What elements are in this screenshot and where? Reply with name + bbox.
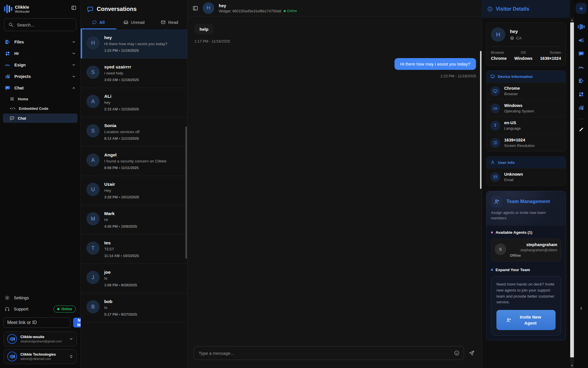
files-app-icon[interactable] [578,78,584,84]
conversations-scrollbar[interactable] [185,126,187,259]
conversation-item[interactable]: T tes TEST 11:14 AM • 10/3/2025 [81,235,187,264]
browser-icon [490,86,500,96]
conversation-name: Uzair [104,182,139,187]
person-plus-icon [506,317,511,323]
conversation-name: ALi [104,94,139,99]
meet-link-input[interactable] [3,317,70,328]
inbox-icon [123,20,128,25]
avatar: U [86,183,100,196]
conversation-item[interactable]: S Sonia Location services off 8:12 AM • … [81,117,187,147]
device-row-screen: 1639×1024Screen Resolution [486,134,566,151]
conversation-item[interactable]: U Uzair Hey 3:28 PM • 10/12/2025 [81,176,187,205]
message-timestamp: 1:23 PM - 11/16/2025 [394,74,476,78]
account-switcher-primary[interactable]: Clikkle-wsuite stephandgraham@gmail.com [3,331,77,346]
scroll-down-arrow[interactable]: ▼ [570,364,574,367]
sidebar-search[interactable] [4,18,76,31]
sidebar-item-chat[interactable]: Chat [0,82,80,94]
chat-icon [5,85,10,91]
monitor-icon [490,74,495,79]
visitor-name: hey [510,29,522,34]
avatar: J [86,271,100,284]
sidebar-item-esign[interactable]: Esign [0,59,80,71]
sidebar-item-projects[interactable]: Projects [0,71,80,82]
conversation-preview: i need help [104,71,139,75]
conversation-preview: hey [104,100,139,105]
chat-status-badge: Online [284,9,297,13]
chat-avatar: H [203,2,214,14]
subnav-item-chat[interactable]: Chat [3,114,78,123]
support-item[interactable]: Support Online [0,303,80,315]
sidebar-item-files[interactable]: Files [0,36,80,48]
account-switcher-org[interactable]: Clikkle Technologies admin@clikkmail.com [3,349,77,364]
chevron-right-icon[interactable]: › [580,304,582,312]
person-plus-icon [491,196,502,207]
conversation-preview: Hi [104,218,137,222]
user-info-row-email: UnknownEmail [486,168,566,185]
conversation-name: Mark [104,211,137,216]
tab-unread[interactable]: Unread [116,16,152,29]
esign-app-icon[interactable] [578,64,584,70]
subnav-item-label: Embedded Code [19,106,49,111]
screen-resolution-icon [490,138,500,148]
conversation-item[interactable]: A ALi hey 2:15 AM • 11/15/2025 [81,88,187,117]
invite-new-agent-button[interactable]: Invite New Agent [496,310,556,330]
add-app-button[interactable]: + [576,3,587,14]
conversation-time: 1:23 PM • 11/16/2025 [104,49,167,53]
clikkle-logo: Clikkle Worksuite [4,4,30,14]
conversations-tabs: All Unread Read [81,16,187,29]
conversation-name: hey [104,35,167,40]
conversation-name: tes [104,240,139,246]
campaigns-megaphone-icon[interactable] [578,37,584,43]
language-icon: T [490,121,500,131]
settings-item[interactable]: Settings [0,293,80,303]
chevron-up-icon [72,86,76,90]
agent-card[interactable]: S stephangraham stephangraham@clikkm Off… [491,239,561,261]
message-input[interactable] [199,351,454,356]
chat-app-icon[interactable] [578,51,584,57]
conversation-time: 1:08 PM • 9/29/2025 [104,283,137,287]
chevron-down-icon [69,337,73,341]
conversation-item[interactable]: H hey Hi there how may i assist you toda… [81,29,187,59]
scrollbar-thumb[interactable] [570,22,574,357]
subnav-item-embedded-code[interactable]: </> Embedded Code [3,104,78,113]
conversations-panel: Conversations All Unread Read H hey Hi t… [81,0,187,368]
send-icon[interactable] [469,350,475,356]
conversation-item[interactable]: M Mark Hi 4:45 PM • 10/8/2025 [81,205,187,235]
clikkle-apps-icon[interactable] [578,24,585,30]
search-input[interactable] [17,22,72,27]
user-info-label: Email [504,178,523,182]
conversation-name: Sonia [104,123,140,128]
sidebar-collapse-icon[interactable] [71,5,76,10]
projects-app-icon[interactable] [578,105,584,111]
conversation-name: bob [104,299,137,304]
globe-icon [510,36,514,40]
panel-scrollbar[interactable]: ▲ ▼ [570,0,574,368]
conversation-item[interactable]: B bob hi 5:17 PM • 9/27/2025 [81,293,187,323]
rail-divider [577,119,585,119]
scroll-up-arrow[interactable]: ▲ [570,19,574,22]
conversation-name: joe [104,270,137,275]
conversation-time: 3:03 AM • 11/16/2025 [104,78,139,82]
subnav-item-home[interactable]: Home [3,94,78,103]
device-label: Screen Resolution [504,143,535,148]
messages-scrollbar[interactable] [480,51,481,189]
emoji-icon[interactable] [454,350,460,356]
conversation-item[interactable]: J joe hi 1:08 PM • 9/29/2025 [81,264,187,293]
device-label: Language [504,126,521,131]
sidebar-item-label: Projects [14,74,68,79]
panel-toggle-icon[interactable] [193,5,198,11]
conversation-time: 8:12 AM • 11/13/2025 [104,137,140,141]
visitor-profile-card: H hey CA BrowserChrome OSWindows Screen1… [486,22,566,66]
subnav-item-label: Chat [18,116,26,120]
gear-icon [5,295,10,300]
sidebar-item-hr[interactable]: Hr [0,48,80,59]
invite-description: Need more hands on deck? Invite new agen… [496,281,556,306]
tab-read[interactable]: Read [152,16,187,29]
conversation-item[interactable]: S syed uzairrrr i need help 3:03 AM • 11… [81,59,187,88]
chevron-down-icon [72,40,76,44]
tab-all[interactable]: All [81,16,116,29]
edit-pencil-icon[interactable] [578,127,584,133]
hr-app-icon[interactable] [578,91,584,97]
stat-value: 1639×1024 [540,56,561,61]
conversation-item[interactable]: A Angel I found a security concern on Cl… [81,147,187,176]
